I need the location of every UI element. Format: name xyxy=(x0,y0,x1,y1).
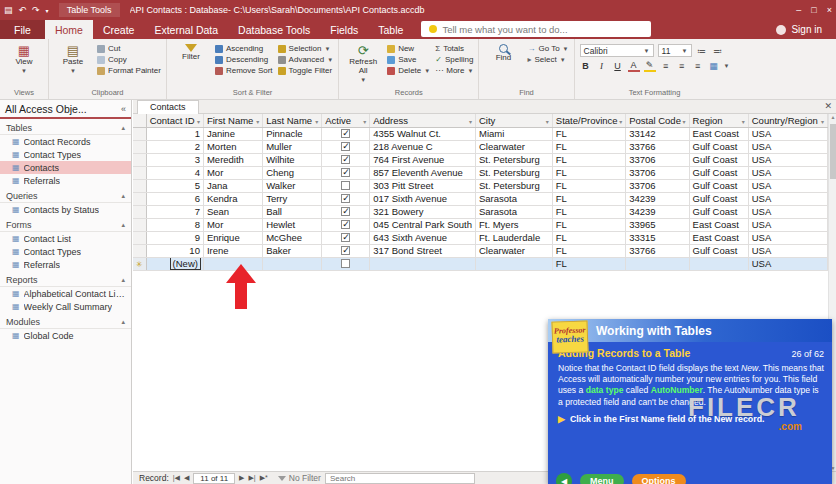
cell-address[interactable]: 045 Central Park South xyxy=(370,218,476,231)
copy-button[interactable]: Copy xyxy=(97,55,161,64)
new-cell-country[interactable]: USA xyxy=(748,257,827,270)
cell-region[interactable]: Gulf Coast xyxy=(689,244,748,257)
new-record-id[interactable]: (New) xyxy=(171,258,200,269)
cell-postal[interactable]: 33766 xyxy=(626,244,689,257)
last-record-icon[interactable]: ▶| xyxy=(248,474,255,482)
column-header-region[interactable]: Region▾ xyxy=(689,114,748,127)
sidebar-item-contact-records[interactable]: ▦Contact Records xyxy=(0,135,131,148)
sidebar-item-alphabetical-contact-listing[interactable]: ▦Alphabetical Contact Listing xyxy=(0,287,131,300)
column-dropdown-icon[interactable]: ▾ xyxy=(256,118,259,125)
cell-address[interactable]: 857 Eleventh Avenue xyxy=(370,166,476,179)
previous-record-icon[interactable]: ◀ xyxy=(184,474,189,482)
column-header-city[interactable]: City▾ xyxy=(475,114,552,127)
cut-button[interactable]: Cut xyxy=(97,44,161,53)
chevron-up-icon[interactable]: ▴ xyxy=(121,124,125,132)
cell-id[interactable]: 10 xyxy=(146,244,203,257)
new-cell-id[interactable]: (New) xyxy=(146,257,203,270)
checkbox-unchecked[interactable] xyxy=(341,181,350,190)
column-dropdown-icon[interactable]: ▾ xyxy=(683,118,686,125)
refresh-all-button[interactable]: ⟳ Refresh All ▼ xyxy=(344,42,382,83)
ascending-button[interactable]: Ascending xyxy=(215,44,273,53)
cell-last[interactable]: Ball xyxy=(263,205,322,218)
filter-status[interactable]: No Filter xyxy=(278,473,321,483)
cell-region[interactable]: Gulf Coast xyxy=(689,179,748,192)
nav-section-header[interactable]: Queries▴ xyxy=(0,189,131,203)
cell-active[interactable] xyxy=(322,192,370,205)
checkbox-checked[interactable] xyxy=(341,129,350,138)
column-header-country[interactable]: Country/Region▾ xyxy=(748,114,827,127)
row-selector[interactable] xyxy=(133,192,146,205)
menu-button[interactable]: Menu xyxy=(580,474,624,484)
save-record-button[interactable]: Save xyxy=(387,55,430,64)
font-name-select[interactable]: Calibri ▼ xyxy=(580,44,654,57)
column-dropdown-icon[interactable]: ▾ xyxy=(619,118,622,125)
sidebar-item-contact-list[interactable]: ▦Contact List xyxy=(0,232,131,245)
cell-city[interactable]: St. Petersburg xyxy=(475,179,552,192)
cell-region[interactable]: East Coast xyxy=(689,231,748,244)
cell-address[interactable]: 643 Sixth Avenue xyxy=(370,231,476,244)
cell-active[interactable] xyxy=(322,231,370,244)
cell-state[interactable]: FL xyxy=(552,127,625,140)
cell-postal[interactable]: 34239 xyxy=(626,192,689,205)
nav-section-header[interactable]: Forms▴ xyxy=(0,218,131,232)
cell-state[interactable]: FL xyxy=(552,231,625,244)
font-size-select[interactable]: 11 ▼ xyxy=(658,44,692,57)
cell-first[interactable]: Kendra xyxy=(203,192,262,205)
cell-first[interactable]: Jana xyxy=(203,179,262,192)
cell-id[interactable]: 3 xyxy=(146,153,203,166)
cell-country[interactable]: USA xyxy=(748,153,827,166)
checkbox-checked[interactable] xyxy=(341,246,350,255)
sidebar-item-global-code[interactable]: ▦Global Code xyxy=(0,329,131,342)
cell-last[interactable]: Hewlet xyxy=(263,218,322,231)
cell-city[interactable]: Clearwater xyxy=(475,244,552,257)
cell-first[interactable]: Morten xyxy=(203,140,262,153)
cell-last[interactable]: Wilhite xyxy=(263,153,322,166)
row-selector[interactable] xyxy=(133,244,146,257)
tell-me-box[interactable]: Tell me what you want to do... xyxy=(421,21,651,37)
checkbox-checked[interactable] xyxy=(341,220,350,229)
cell-country[interactable]: USA xyxy=(748,231,827,244)
cell-country[interactable]: USA xyxy=(748,192,827,205)
nav-section-header[interactable]: Reports▴ xyxy=(0,273,131,287)
cell-address[interactable]: 317 Bond Street xyxy=(370,244,476,257)
cell-address[interactable]: 764 First Avenue xyxy=(370,153,476,166)
cell-city[interactable]: Ft. Myers xyxy=(475,218,552,231)
cell-active[interactable] xyxy=(322,179,370,192)
sign-in-button[interactable]: Sign in xyxy=(776,20,836,39)
document-tab-contacts[interactable]: Contacts xyxy=(137,100,199,114)
sidebar-item-contact-types[interactable]: ▦Contact Types xyxy=(0,148,131,161)
new-record-button[interactable]: New xyxy=(387,44,430,53)
column-dropdown-icon[interactable]: ▾ xyxy=(742,118,745,125)
minimize-icon[interactable]: – xyxy=(796,5,801,15)
column-dropdown-icon[interactable]: ▾ xyxy=(315,118,318,125)
cell-postal[interactable]: 33706 xyxy=(626,166,689,179)
bullets-icon[interactable]: ≔ xyxy=(696,46,708,56)
column-header-last[interactable]: Last Name▾ xyxy=(263,114,322,127)
column-header-first[interactable]: First Name▾ xyxy=(203,114,262,127)
cell-region[interactable]: Gulf Coast xyxy=(689,153,748,166)
chevron-up-icon[interactable]: ▴ xyxy=(121,221,125,229)
cell-address[interactable]: 4355 Walnut Ct. xyxy=(370,127,476,140)
cell-city[interactable]: Clearwater xyxy=(475,140,552,153)
cell-region[interactable]: East Coast xyxy=(689,127,748,140)
cell-state[interactable]: FL xyxy=(552,244,625,257)
cell-id[interactable]: 8 xyxy=(146,218,203,231)
cell-id[interactable]: 2 xyxy=(146,140,203,153)
cell-address[interactable]: 017 Sixth Avenue xyxy=(370,192,476,205)
view-button[interactable]: ▦ View ▼ xyxy=(5,42,43,74)
column-dropdown-icon[interactable]: ▾ xyxy=(546,118,549,125)
cell-id[interactable]: 4 xyxy=(146,166,203,179)
column-dropdown-icon[interactable]: ▾ xyxy=(363,118,366,125)
cell-last[interactable]: Cheng xyxy=(263,166,322,179)
nav-section-header[interactable]: Tables▴ xyxy=(0,121,131,135)
cell-state[interactable]: FL xyxy=(552,166,625,179)
cell-country[interactable]: USA xyxy=(748,244,827,257)
row-selector[interactable] xyxy=(133,205,146,218)
column-header-id[interactable]: Contact ID▾ xyxy=(146,114,203,127)
new-cell-active[interactable] xyxy=(322,257,370,270)
cell-city[interactable]: Sarasota xyxy=(475,205,552,218)
column-header-address[interactable]: Address▾ xyxy=(370,114,476,127)
chevron-up-icon[interactable]: ▴ xyxy=(121,276,125,284)
shutter-collapse-icon[interactable]: « xyxy=(121,104,126,114)
new-cell-postal[interactable] xyxy=(626,257,689,270)
